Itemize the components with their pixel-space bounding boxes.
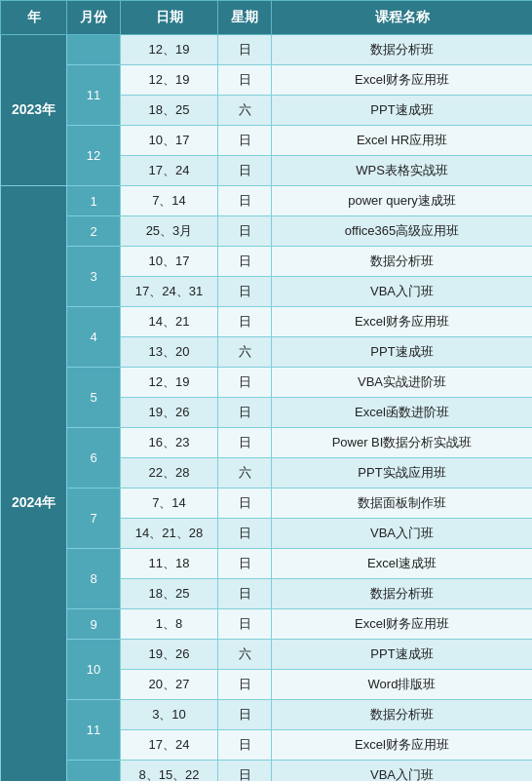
weekday-cell: 日 xyxy=(218,277,272,307)
course-cell: PPT速成班 xyxy=(272,640,533,670)
course-cell: VBA入门班 xyxy=(272,761,533,782)
table-row: 113、10日数据分析班 xyxy=(1,700,533,730)
course-cell: PPT速成班 xyxy=(272,96,533,126)
weekday-cell: 日 xyxy=(218,670,272,700)
month-cell: 6 xyxy=(67,428,121,488)
month-cell: 11 xyxy=(67,700,121,761)
date-cell: 20、27 xyxy=(121,670,218,700)
course-cell: office365高级应用班 xyxy=(272,216,533,247)
date-cell: 18、25 xyxy=(121,579,218,609)
table-row: 414、21日Excel财务应用班 xyxy=(1,307,533,337)
weekday-cell: 日 xyxy=(218,609,272,640)
course-cell: 数据分析班 xyxy=(272,35,533,65)
course-cell: Word排版班 xyxy=(272,670,533,700)
date-cell: 8、15、22 xyxy=(121,761,218,782)
weekday-cell: 六 xyxy=(218,96,272,126)
month-cell: 8 xyxy=(67,549,121,609)
month-cell: 2 xyxy=(67,216,121,247)
date-cell: 1、8 xyxy=(121,609,218,640)
course-cell: Excel速成班 xyxy=(272,549,533,579)
weekday-cell: 日 xyxy=(218,519,272,549)
table-row: 2023年12、19日数据分析班 xyxy=(1,35,533,65)
date-cell: 14、21 xyxy=(121,307,218,337)
weekday-cell: 日 xyxy=(218,579,272,609)
course-cell: VBA入门班 xyxy=(272,277,533,307)
course-cell: power query速成班 xyxy=(272,186,533,216)
date-cell: 25、3月 xyxy=(121,216,218,247)
month-cell: 7 xyxy=(67,488,121,549)
header-month: 月份 xyxy=(67,1,121,35)
header-date: 日期 xyxy=(121,1,218,35)
date-cell: 14、21、28 xyxy=(121,519,218,549)
table-row: 1019、26六PPT速成班 xyxy=(1,640,533,670)
course-cell: VBA入门班 xyxy=(272,519,533,549)
weekday-cell: 日 xyxy=(218,126,272,156)
table-row: 310、17日数据分析班 xyxy=(1,247,533,277)
year-cell: 2023年 xyxy=(1,35,67,186)
weekday-cell: 六 xyxy=(218,458,272,488)
table-header-row: 年 月份 日期 星期 课程名称 xyxy=(1,1,533,35)
table-row: 77、14日数据面板制作班 xyxy=(1,488,533,519)
year-cell: 2024年 xyxy=(1,186,67,782)
weekday-cell: 日 xyxy=(218,398,272,428)
weekday-cell: 日 xyxy=(218,156,272,186)
date-cell: 17、24 xyxy=(121,156,218,186)
weekday-cell: 六 xyxy=(218,337,272,368)
month-cell: 5 xyxy=(67,368,121,428)
weekday-cell: 日 xyxy=(218,761,272,782)
table-row: 225、3月日office365高级应用班 xyxy=(1,216,533,247)
course-cell: VBA实战进阶班 xyxy=(272,368,533,398)
weekday-cell: 日 xyxy=(218,65,272,96)
header-year: 年 xyxy=(1,1,67,35)
month-cell: 3 xyxy=(67,247,121,307)
weekday-cell: 日 xyxy=(218,368,272,398)
month-cell: 10 xyxy=(67,640,121,700)
table-row: 512、19日VBA实战进阶班 xyxy=(1,368,533,398)
table-row: 616、23日Power BI数据分析实战班 xyxy=(1,428,533,458)
course-cell: Excel财务应用班 xyxy=(272,730,533,761)
course-cell: WPS表格实战班 xyxy=(272,156,533,186)
weekday-cell: 日 xyxy=(218,488,272,519)
date-cell: 19、26 xyxy=(121,398,218,428)
table-row: 1210、17日Excel HR应用班 xyxy=(1,126,533,156)
date-cell: 12、19 xyxy=(121,35,218,65)
course-cell: Excel财务应用班 xyxy=(272,609,533,640)
weekday-cell: 六 xyxy=(218,640,272,670)
date-cell: 17、24 xyxy=(121,730,218,761)
course-cell: Excel财务应用班 xyxy=(272,307,533,337)
course-cell: Excel财务应用班 xyxy=(272,65,533,96)
date-cell: 19、26 xyxy=(121,640,218,670)
date-cell: 7、14 xyxy=(121,186,218,216)
date-cell: 13、20 xyxy=(121,337,218,368)
schedule-table-container: 年 月份 日期 星期 课程名称 2023年12、19日数据分析班1112、19日… xyxy=(0,0,532,781)
month-cell: 4 xyxy=(67,307,121,368)
date-cell: 10、17 xyxy=(121,126,218,156)
course-cell: 数据面板制作班 xyxy=(272,488,533,519)
month-cell: 9 xyxy=(67,609,121,640)
table-row: 811、18日Excel速成班 xyxy=(1,549,533,579)
month-cell: 12 xyxy=(67,126,121,186)
weekday-cell: 日 xyxy=(218,307,272,337)
course-cell: 数据分析班 xyxy=(272,579,533,609)
weekday-cell: 日 xyxy=(218,700,272,730)
date-cell: 12、19 xyxy=(121,65,218,96)
table-row: 2024年17、14日power query速成班 xyxy=(1,186,533,216)
date-cell: 17、24、31 xyxy=(121,277,218,307)
table-row: 1112、19日Excel财务应用班 xyxy=(1,65,533,96)
table-row: 128、15、22日VBA入门班 xyxy=(1,761,533,782)
weekday-cell: 日 xyxy=(218,428,272,458)
date-cell: 10、17 xyxy=(121,247,218,277)
month-cell: 1 xyxy=(67,186,121,216)
course-cell: PPT实战应用班 xyxy=(272,458,533,488)
date-cell: 7、14 xyxy=(121,488,218,519)
date-cell: 3、10 xyxy=(121,700,218,730)
course-cell: Power BI数据分析实战班 xyxy=(272,428,533,458)
date-cell: 22、28 xyxy=(121,458,218,488)
course-cell: Excel函数进阶班 xyxy=(272,398,533,428)
weekday-cell: 日 xyxy=(218,730,272,761)
course-cell: 数据分析班 xyxy=(272,247,533,277)
date-cell: 12、19 xyxy=(121,368,218,398)
course-cell: Excel HR应用班 xyxy=(272,126,533,156)
month-cell: 12 xyxy=(67,761,121,782)
course-cell: PPT速成班 xyxy=(272,337,533,368)
